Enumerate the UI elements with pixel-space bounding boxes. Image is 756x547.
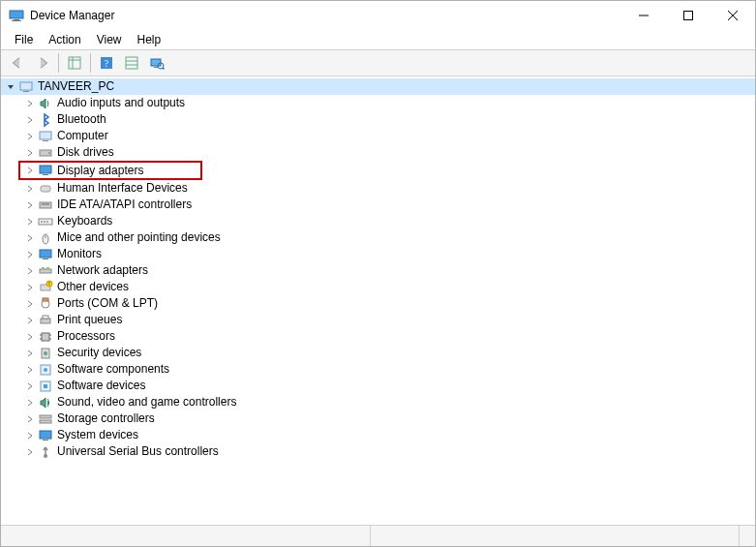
minimize-button[interactable] xyxy=(621,1,666,30)
show-hide-tree-button[interactable] xyxy=(63,51,86,75)
tree-category[interactable]: Computer xyxy=(1,128,755,144)
maximize-button[interactable] xyxy=(666,1,711,30)
tree-category[interactable]: Bluetooth xyxy=(1,111,755,128)
menu-help[interactable]: Help xyxy=(130,31,169,48)
category-label: Storage controllers xyxy=(57,410,155,427)
tree-category[interactable]: Print queues xyxy=(1,312,755,328)
svg-rect-26 xyxy=(43,174,48,175)
help-button[interactable]: ? xyxy=(95,51,118,75)
svg-rect-7 xyxy=(69,57,80,69)
tree-category[interactable]: Security devices xyxy=(1,345,755,361)
chevron-right-icon[interactable] xyxy=(24,165,36,176)
tree-category[interactable]: Processors xyxy=(1,328,755,345)
chevron-right-icon[interactable] xyxy=(24,114,36,126)
category-icon xyxy=(38,444,53,460)
tree-category[interactable]: System devices xyxy=(1,427,755,443)
close-button[interactable] xyxy=(711,1,755,30)
category-icon xyxy=(38,129,53,144)
tree-category[interactable]: Keyboards xyxy=(1,213,755,229)
status-resize-grip[interactable] xyxy=(740,526,755,546)
svg-point-54 xyxy=(44,351,47,355)
category-label: Ports (COM & LPT) xyxy=(57,295,158,312)
chevron-right-icon[interactable] xyxy=(24,364,36,376)
show-hidden-button[interactable] xyxy=(120,51,143,75)
chevron-right-icon[interactable] xyxy=(24,348,36,359)
tree-category[interactable]: IDE ATA/ATAPI controllers xyxy=(1,197,755,213)
menu-view[interactable]: View xyxy=(89,31,130,48)
category-icon: ! xyxy=(38,280,53,295)
chevron-right-icon[interactable] xyxy=(24,380,36,392)
category-icon xyxy=(38,163,53,178)
tree-category[interactable]: Network adapters xyxy=(1,262,755,279)
category-label: Print queues xyxy=(57,312,122,328)
svg-rect-61 xyxy=(40,431,51,439)
window-controls xyxy=(621,1,755,30)
back-button[interactable] xyxy=(6,51,29,75)
svg-text:?: ? xyxy=(105,58,109,69)
svg-rect-22 xyxy=(43,140,48,141)
chevron-down-icon[interactable] xyxy=(5,81,16,93)
tree-category[interactable]: Human Interface Devices xyxy=(1,180,755,197)
chevron-right-icon[interactable] xyxy=(24,147,36,159)
chevron-right-icon[interactable] xyxy=(24,131,36,142)
chevron-right-icon[interactable] xyxy=(24,98,36,109)
svg-rect-45 xyxy=(43,298,48,301)
tree-category[interactable]: !Other devices xyxy=(1,279,755,295)
svg-rect-19 xyxy=(20,82,32,90)
svg-rect-60 xyxy=(40,420,51,423)
category-icon xyxy=(38,181,53,197)
category-label: IDE ATA/ATAPI controllers xyxy=(57,197,192,213)
tree-category[interactable]: Audio inputs and outputs xyxy=(1,95,755,111)
toolbar-separator xyxy=(58,53,59,73)
svg-rect-40 xyxy=(46,267,49,269)
category-icon xyxy=(38,214,53,229)
chevron-right-icon[interactable] xyxy=(24,265,36,277)
category-icon xyxy=(38,247,53,262)
chevron-right-icon[interactable] xyxy=(24,413,36,425)
category-icon xyxy=(38,96,53,111)
tree-category[interactable]: Software devices xyxy=(1,378,755,394)
tree-category[interactable]: Sound, video and game controllers xyxy=(1,394,755,410)
chevron-right-icon[interactable] xyxy=(24,232,36,244)
chevron-right-icon[interactable] xyxy=(24,315,36,326)
tree-category[interactable]: Disk drives xyxy=(1,144,755,161)
tree-category[interactable]: Ports (COM & LPT) xyxy=(1,295,755,312)
tree-root[interactable]: TANVEER_PC xyxy=(1,78,755,95)
status-cell xyxy=(1,526,371,546)
menu-file[interactable]: File xyxy=(7,31,41,48)
chevron-right-icon[interactable] xyxy=(24,397,36,409)
menu-action[interactable]: Action xyxy=(41,31,88,48)
tree-category[interactable]: Software components xyxy=(1,361,755,378)
svg-rect-16 xyxy=(154,67,158,68)
tree-category[interactable]: Universal Serial Bus controllers xyxy=(1,443,755,460)
device-tree[interactable]: TANVEER_PC Audio inputs and outputsBluet… xyxy=(1,76,755,525)
highlighted-category[interactable]: Display adapters xyxy=(18,161,202,180)
toolbar: ? xyxy=(1,49,755,76)
chevron-right-icon[interactable] xyxy=(24,216,36,228)
scan-hardware-button[interactable] xyxy=(145,51,168,75)
titlebar: Device Manager xyxy=(1,1,755,30)
toolbar-separator xyxy=(90,53,91,73)
chevron-right-icon[interactable] xyxy=(24,249,36,260)
tree-category[interactable]: Storage controllers xyxy=(1,410,755,427)
svg-rect-2 xyxy=(12,20,21,21)
chevron-right-icon[interactable] xyxy=(24,282,36,293)
chevron-right-icon[interactable] xyxy=(24,183,36,195)
chevron-right-icon[interactable] xyxy=(24,331,36,343)
chevron-right-icon[interactable] xyxy=(24,199,36,211)
category-label: Monitors xyxy=(57,246,102,262)
svg-rect-37 xyxy=(43,258,48,259)
chevron-right-icon[interactable] xyxy=(24,430,36,441)
status-cell xyxy=(371,526,741,546)
tree-category[interactable]: Mice and other pointing devices xyxy=(1,229,755,246)
svg-rect-46 xyxy=(41,319,50,323)
category-icon xyxy=(38,411,53,427)
chevron-right-icon[interactable] xyxy=(24,298,36,310)
category-icon xyxy=(38,263,53,279)
chevron-right-icon[interactable] xyxy=(24,446,36,458)
tree-category[interactable]: Monitors xyxy=(1,246,755,262)
category-label: Mice and other pointing devices xyxy=(57,229,221,246)
category-icon xyxy=(38,346,53,361)
svg-rect-12 xyxy=(126,57,137,69)
forward-button[interactable] xyxy=(31,51,54,75)
